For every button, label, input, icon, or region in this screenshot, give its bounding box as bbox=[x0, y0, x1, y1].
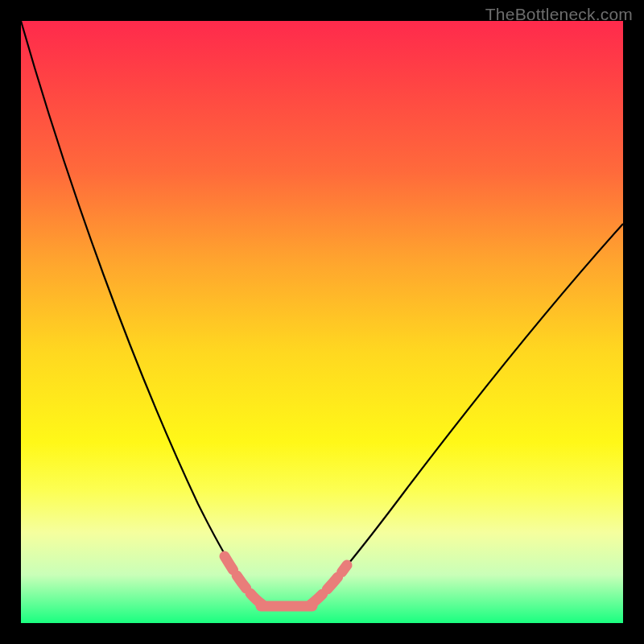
curve-right bbox=[311, 224, 623, 605]
curve-left bbox=[21, 21, 262, 605]
chart-area bbox=[21, 21, 623, 623]
pink-overlay-left bbox=[225, 556, 262, 605]
bottleneck-curve bbox=[21, 21, 623, 623]
watermark-text: TheBottleneck.com bbox=[485, 5, 633, 24]
pink-overlay-right bbox=[311, 565, 347, 605]
